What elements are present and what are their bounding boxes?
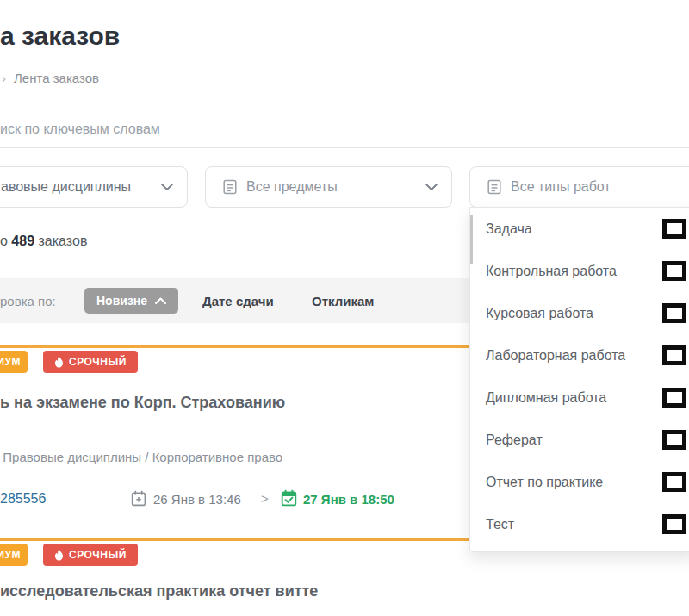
checkbox-unchecked[interactable]: [662, 219, 686, 239]
checkbox-unchecked[interactable]: [662, 472, 686, 492]
checkbox-unchecked[interactable]: [662, 388, 686, 408]
urgent-badge: СРОЧНЫЙ: [43, 351, 138, 373]
dates-arrow-icon: >: [261, 491, 269, 506]
work-types-dropdown-label: Все типы работ: [511, 179, 611, 195]
checkbox-unchecked[interactable]: [662, 430, 686, 450]
subjects-dropdown[interactable]: Все предметы: [205, 166, 452, 208]
urgent-badge-label: СРОЧНЫЙ: [69, 356, 127, 368]
breadcrumb: ›Лента заказов: [2, 71, 99, 85]
work-type-option[interactable]: Контрольная работа: [470, 250, 689, 292]
results-prefix: о: [0, 233, 8, 248]
work-type-option[interactable]: Лабораторная работа: [470, 334, 689, 376]
discipline-dropdown[interactable]: авовые дисциплины: [0, 166, 188, 208]
checkbox-unchecked[interactable]: [662, 303, 686, 323]
urgent-badge: СРОЧНЫЙ: [43, 544, 138, 566]
results-count: о 489 заказов: [0, 233, 87, 249]
sort-active-label: Новизне: [96, 294, 147, 308]
work-type-option[interactable]: Курсовая работа: [470, 292, 689, 334]
urgent-badge-label: СРОЧНЫЙ: [69, 549, 127, 561]
work-type-option[interactable]: Дипломная работа: [470, 376, 689, 419]
order-id[interactable]: 285556: [0, 491, 46, 507]
checkbox-unchecked[interactable]: [662, 514, 686, 534]
order-created-date: 26 Янв в 13:46: [153, 492, 241, 507]
breadcrumb-current[interactable]: Лента заказов: [14, 71, 99, 85]
checkbox-unchecked[interactable]: [662, 345, 686, 365]
flame-icon: [54, 356, 64, 368]
option-label: Контрольная работа: [486, 264, 617, 279]
option-label: Отчет по практике: [486, 475, 603, 490]
option-label: Лабораторная работа: [486, 348, 625, 364]
chevron-down-icon: [425, 184, 438, 190]
subjects-dropdown-label: Все предметы: [246, 179, 338, 195]
order-title[interactable]: -исследовательская практика отчет витте: [0, 582, 318, 600]
page-title: а заказов: [0, 22, 120, 50]
work-type-option[interactable]: Задача: [470, 208, 689, 250]
work-type-option[interactable]: Отчет по практике: [470, 461, 689, 503]
chevron-up-icon: [155, 297, 166, 304]
order-category-path[interactable]: / Правовые дисциплины / Корпоративное пр…: [0, 450, 282, 464]
sort-option-newness[interactable]: Новизне: [84, 288, 178, 314]
work-types-dropdown[interactable]: Все типы работ: [469, 166, 689, 208]
order-deadline-date: 27 Янв в 18:50: [303, 492, 394, 507]
sort-label: ровка по:: [0, 278, 56, 323]
sort-option-due-date[interactable]: Дате сдачи: [202, 278, 274, 323]
document-icon: [221, 178, 239, 196]
work-type-option[interactable]: Тест: [470, 503, 689, 545]
sort-option-responses[interactable]: Откликам: [312, 278, 374, 323]
flame-icon: [54, 549, 64, 561]
search-input[interactable]: иск по ключевым словам: [0, 109, 689, 148]
premium-badge: ИУМ: [0, 351, 28, 373]
discipline-dropdown-value: авовые дисциплины: [1, 179, 131, 195]
search-placeholder: иск по ключевым словам: [0, 109, 160, 148]
results-number: 489: [11, 233, 34, 248]
work-types-dropdown-panel: Задача Контрольная работа Курсовая работ…: [469, 207, 689, 552]
checkbox-unchecked[interactable]: [662, 261, 686, 281]
option-label: Задача: [486, 221, 532, 237]
calendar-check-icon: [281, 489, 297, 507]
work-type-option[interactable]: Реферат: [470, 419, 689, 461]
document-icon: [486, 178, 503, 196]
option-label: Курсовая работа: [486, 306, 593, 321]
calendar-plus-icon: [131, 490, 146, 507]
chevron-down-icon: [161, 184, 173, 190]
breadcrumb-chevron-icon: ›: [2, 71, 6, 85]
order-title[interactable]: ь на экзамене по Корп. Страхованию: [0, 394, 285, 412]
option-label: Реферат: [486, 432, 543, 448]
premium-badge: ИУМ: [0, 544, 28, 566]
option-label: Тест: [486, 517, 514, 532]
option-label: Дипломная работа: [486, 390, 606, 406]
results-suffix: заказов: [39, 233, 88, 248]
